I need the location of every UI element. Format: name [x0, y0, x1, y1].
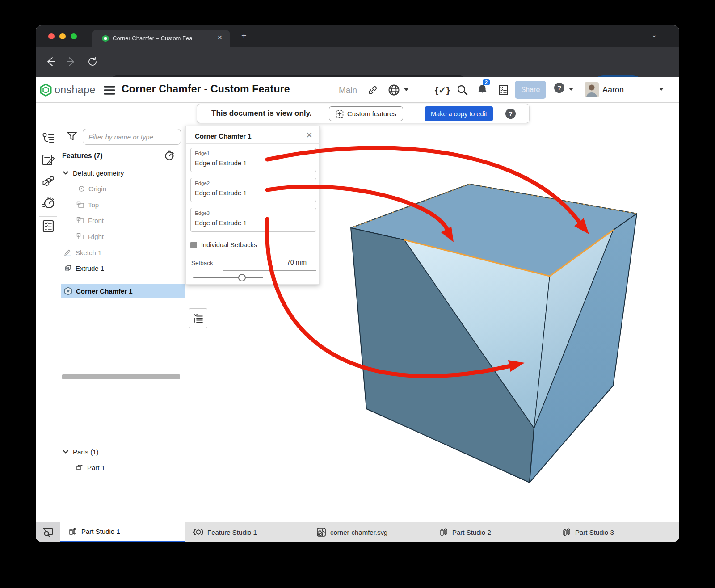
parts-section-header[interactable]: Parts (1)	[60, 445, 185, 458]
tab-part-studio-3[interactable]: Part Studio 3	[554, 522, 677, 542]
tab-corner-chamfer-svg[interactable]: corner-chamfer.svg	[308, 522, 431, 542]
banner-help-icon[interactable]: ?	[505, 109, 516, 119]
browser-tab[interactable]: Corner Chamfer – Custom Fea ✕	[92, 30, 230, 47]
setback-slider-handle[interactable]	[238, 274, 246, 281]
highlighted-edges[interactable]	[351, 184, 637, 276]
make-copy-button[interactable]: Make a copy to edit	[425, 106, 493, 121]
regeneration-time-icon[interactable]	[164, 150, 175, 161]
tab-part-studio-1[interactable]: Part Studio 1	[60, 522, 185, 542]
share-button[interactable]: Share	[515, 81, 546, 99]
browser-toolbar: cad.onshape.com/documents/7079aef64c3d3d…	[36, 47, 679, 77]
setback-label: Setback	[191, 260, 213, 266]
rail-divider	[39, 216, 57, 217]
tree-item-top-plane[interactable]: Top	[60, 198, 185, 211]
onshape-wordmark: onshape	[55, 84, 96, 96]
filter-funnel-icon[interactable]	[66, 130, 78, 142]
back-icon[interactable]	[45, 56, 56, 67]
cube-right-face[interactable]	[530, 214, 637, 483]
chamfer-face-left[interactable]	[404, 240, 550, 428]
edge3-field[interactable]: Edge3 Edge of Extrude 1	[190, 208, 316, 232]
graphics-area[interactable]: This document is view only. Custom featu…	[185, 103, 679, 522]
cube-left-face[interactable]	[351, 228, 534, 483]
view-only-banner: This document is view only. Custom featu…	[197, 104, 530, 123]
new-tab-icon[interactable]: +	[241, 31, 247, 41]
cube-top-face[interactable]	[351, 184, 637, 276]
featurescript-icon[interactable]: {✓}	[435, 85, 450, 96]
individual-setbacks-row[interactable]: Individual Setbacks	[190, 241, 257, 248]
tree-item-corner-chamfer-1[interactable]: Corner Chamfer 1	[60, 284, 185, 298]
setback-value[interactable]: 70 mm	[287, 259, 307, 266]
feature-tree-panel: Features (7) Default geometry Origin	[60, 103, 185, 522]
orange-notch-edges[interactable]	[404, 230, 613, 276]
versions-icon[interactable]	[42, 132, 55, 144]
help-caret-icon[interactable]	[569, 88, 573, 91]
tree-item-front-plane[interactable]: Front	[60, 214, 185, 227]
tab-title: Corner Chamfer – Custom Fea	[113, 35, 224, 42]
minimize-window-button[interactable]	[59, 33, 66, 39]
custom-features-button[interactable]: Custom features	[329, 106, 403, 121]
chamfered-cube[interactable]	[351, 184, 637, 483]
tab-manager-button[interactable]	[36, 522, 60, 542]
workspace-name[interactable]: Main	[339, 85, 357, 95]
setback-slider-track[interactable]	[193, 277, 263, 278]
setback-field-underline	[223, 270, 316, 271]
chamfer-face-right[interactable]	[534, 230, 613, 428]
tree-item-origin[interactable]: Origin	[60, 182, 185, 195]
plane-icon	[76, 217, 84, 224]
plane-icon	[76, 201, 84, 208]
tab-preview-icon	[42, 527, 53, 537]
browser-tab-strip: Corner Chamfer – Custom Fea ✕ + ⌄	[36, 25, 679, 47]
reload-icon[interactable]	[87, 56, 98, 67]
forward-icon[interactable]	[65, 56, 77, 67]
link-icon[interactable]	[367, 85, 378, 96]
account-caret-icon[interactable]	[659, 88, 664, 91]
document-tab-bar: Part Studio 1 Feature Studio 1 corner-ch…	[36, 522, 679, 542]
dialog-close-icon[interactable]: ✕	[306, 130, 313, 140]
help-button[interactable]: ?	[554, 83, 564, 93]
checklist-icon[interactable]	[42, 220, 55, 232]
arrowhead-2	[441, 227, 454, 242]
feature-list-flyout-button[interactable]	[189, 308, 207, 328]
edge2-field[interactable]: Edge2 Edge of Extrude 1	[190, 178, 316, 202]
learn-icon[interactable]	[42, 175, 55, 187]
dialog-header-divider	[186, 143, 320, 144]
globe-icon[interactable]	[388, 84, 400, 96]
edge1-field[interactable]: Edge1 Edge of Extrude 1	[190, 148, 316, 172]
browser-window: Corner Chamfer – Custom Fea ✕ + ⌄ cad.on…	[36, 25, 679, 542]
tab-close-icon[interactable]: ✕	[217, 34, 223, 41]
individual-setbacks-checkbox[interactable]	[190, 242, 197, 248]
filter-input[interactable]	[83, 129, 181, 145]
user-avatar[interactable]	[585, 82, 599, 97]
extrude-icon	[64, 264, 72, 272]
main-content: Features (7) Default geometry Origin	[36, 103, 679, 522]
corner-chamfer-dialog: Corner Chamfer 1 ✕ Edge1 Edge of Extrude…	[185, 126, 320, 285]
chevron-down-icon[interactable]	[62, 169, 69, 176]
zoom-window-button[interactable]	[71, 33, 77, 39]
svg-image-icon	[316, 527, 326, 537]
tab-search-chevron-icon[interactable]: ⌄	[652, 31, 657, 38]
onshape-header: onshape Corner Chamfer - Custom Feature …	[36, 77, 679, 103]
sketch-icon	[64, 249, 72, 256]
tree-item-default-geometry[interactable]: Default geometry	[60, 166, 185, 180]
search-icon[interactable]	[457, 84, 468, 96]
hamburger-menu-icon[interactable]	[104, 85, 115, 95]
view-only-message: This document is view only.	[211, 109, 312, 118]
rollback-bar[interactable]	[62, 374, 180, 379]
notifications-bell[interactable]: 2	[476, 84, 490, 97]
notes-icon[interactable]	[42, 154, 55, 166]
tab-part-studio-2[interactable]: Part Studio 2	[431, 522, 554, 542]
tree-item-part-1[interactable]: Part 1	[60, 461, 185, 474]
tree-item-extrude-1[interactable]: Extrude 1	[60, 261, 185, 275]
chevron-down-icon[interactable]	[62, 448, 69, 455]
custom-feature-plus-icon	[336, 110, 344, 118]
globe-caret-icon[interactable]	[404, 88, 408, 91]
performance-icon[interactable]	[42, 196, 55, 209]
tree-item-right-plane[interactable]: Right	[60, 230, 185, 243]
feature-list-icon	[193, 313, 204, 323]
tree-item-sketch-1[interactable]: Sketch 1	[60, 246, 185, 259]
tab-feature-studio-1[interactable]: Feature Studio 1	[185, 522, 308, 542]
arrowhead-3	[508, 360, 525, 372]
tasks-icon[interactable]	[497, 84, 509, 96]
user-name[interactable]: Aaron	[602, 85, 624, 95]
close-window-button[interactable]	[48, 33, 55, 39]
